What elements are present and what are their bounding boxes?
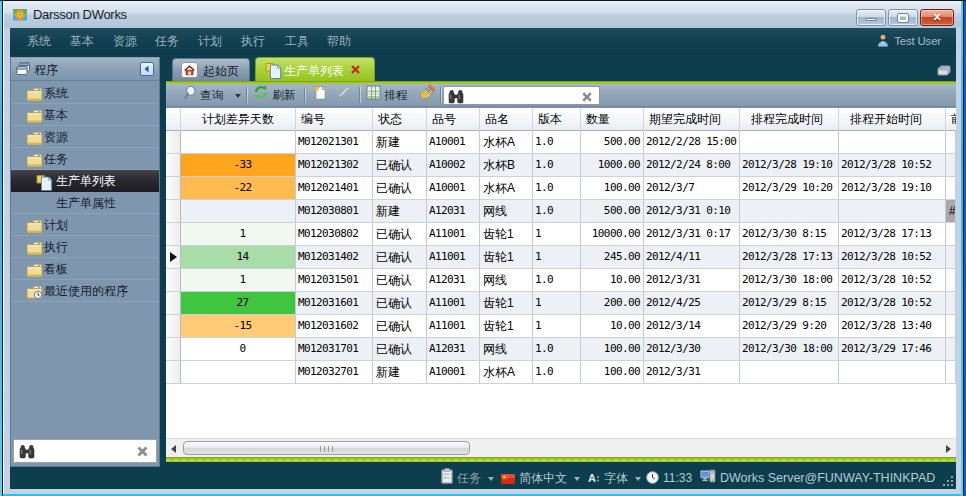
clean-button[interactable]: [418, 84, 436, 106]
sidebar-item-label: 计划: [44, 214, 68, 236]
menu-item-1[interactable]: 系统: [25, 28, 53, 55]
title-bar[interactable]: Darsson DWorks ✕: [4, 1, 961, 28]
cell-item_no: A11001: [427, 292, 480, 315]
cell-extra: [946, 246, 956, 269]
scroll-left-arrow[interactable]: [166, 439, 182, 458]
column-header-4[interactable]: 品号: [427, 108, 480, 131]
cell-start: 2012/3/28 10:52: [839, 292, 946, 315]
cell-ver: 1.0: [533, 177, 581, 200]
menu-item-3[interactable]: 资源: [111, 28, 139, 55]
sidebar-item-10[interactable]: 最近使用的程序: [11, 280, 159, 302]
tab-1[interactable]: 起始页: [172, 58, 250, 81]
menu-item-7[interactable]: 工具: [283, 28, 311, 55]
cell-qty: 500.00: [581, 200, 644, 223]
status-bar: 任务简体中文A字体11:33DWorks Server@FUNWAY-THINK…: [10, 467, 956, 489]
sidebar-item-5[interactable]: 生产单列表: [11, 170, 159, 192]
grid-row-2[interactable]: -33M012021302已确认A10002水杯B1.01000.002012/…: [166, 154, 956, 177]
grid-row-1[interactable]: M012021301新建A10001水杯A1.0500.002012/2/28 …: [166, 131, 956, 154]
grid-row-6[interactable]: 14M012031402已确认A11001齿轮11245.002012/4/11…: [166, 246, 956, 269]
sidebar-item-8[interactable]: 执行: [11, 236, 159, 258]
column-header-8[interactable]: 期望完成时间: [644, 108, 740, 131]
column-header-3[interactable]: 状态: [373, 108, 427, 131]
refresh-button[interactable]: 刷新: [253, 84, 295, 106]
sidebar-item-2[interactable]: 基本: [11, 104, 159, 126]
sidebar-collapse-button[interactable]: [140, 62, 154, 76]
sidebar-panel: 程序 系统基本资源任务生产单列表生产单属性计划执行看板最近使用的程序: [10, 57, 160, 467]
menu-item-8[interactable]: 帮助: [325, 28, 353, 55]
close-button[interactable]: ✕: [920, 9, 954, 26]
column-header-6[interactable]: 版本: [533, 108, 581, 131]
schedule-button[interactable]: 排程: [366, 84, 407, 106]
query-button[interactable]: 查询: [182, 84, 241, 106]
grid-row-5[interactable]: 1M012030802已确认A11001齿轮1110000.002012/3/3…: [166, 223, 956, 246]
sidebar-item-label: 任务: [44, 148, 68, 170]
sidebar-item-7[interactable]: 计划: [11, 214, 159, 236]
column-header-9[interactable]: 排程完成时间: [740, 108, 839, 131]
cell-finish: [740, 200, 839, 223]
column-header-10[interactable]: 排程开始时间: [839, 108, 946, 131]
column-header-11[interactable]: 前: [946, 108, 957, 131]
edit-button[interactable]: [336, 84, 352, 106]
tab-close-icon[interactable]: [350, 64, 361, 75]
sidebar-header: 程序: [11, 58, 159, 81]
column-header-1[interactable]: 计划差异天数: [181, 108, 296, 131]
home-icon: [181, 62, 198, 81]
sidebar-item-label: 执行: [44, 236, 68, 258]
cell-diff: 0: [181, 338, 296, 361]
page-icon: [265, 62, 282, 82]
minimize-button[interactable]: [856, 9, 886, 26]
sidebar-items: 系统基本资源任务生产单列表生产单属性计划执行看板最近使用的程序: [11, 82, 159, 302]
menu-item-6[interactable]: 执行: [239, 28, 267, 55]
maximize-button[interactable]: [888, 9, 918, 26]
sidebar-item-9[interactable]: 看板: [11, 258, 159, 280]
app-client-area: Test User 系统基本资源任务计划执行工具帮助 程序 系统基本资源任务生产…: [10, 28, 956, 489]
current-user[interactable]: Test User: [877, 28, 941, 55]
grid-row-8[interactable]: 27M012031601已确认A11001齿轮11200.002012/4/25…: [166, 292, 956, 315]
sidebar-search[interactable]: [13, 439, 157, 463]
window-border-right-line: [963, 0, 964, 496]
grid-row-7[interactable]: 1M012031501已确认A12031网线1.010.002012/3/312…: [166, 269, 956, 292]
sidebar-item-4[interactable]: 任务: [11, 148, 159, 170]
cell-item_name: 齿轮1: [480, 292, 533, 315]
grid-row-4[interactable]: M012030801新建A12031网线1.0500.002012/3/31 0…: [166, 200, 956, 223]
grid-header: 计划差异天数编号状态品号品名版本数量期望完成时间排程完成时间排程开始时间前: [166, 107, 956, 131]
column-header-2[interactable]: 编号: [296, 108, 373, 131]
language-menu[interactable]: 简体中文: [501, 467, 580, 489]
sidebar-search-clear-icon[interactable]: [135, 444, 150, 463]
font-menu[interactable]: A字体: [588, 467, 641, 489]
toolbar-search-clear-icon[interactable]: [580, 90, 594, 108]
toolbar-separator: [359, 87, 360, 103]
sidebar-item-6[interactable]: 生产单属性: [11, 192, 159, 214]
menu-item-2[interactable]: 基本: [68, 28, 96, 55]
cell-item_name: 网线: [480, 200, 533, 223]
menu-item-5[interactable]: 计划: [196, 28, 224, 55]
column-header-7[interactable]: 数量: [581, 108, 644, 131]
cell-start: 2012/3/28 13:40: [839, 315, 946, 338]
column-header-5[interactable]: 品名: [480, 108, 533, 131]
sidebar-item-1[interactable]: 系统: [11, 82, 159, 104]
grid-row-3[interactable]: -22M012021401已确认A10001水杯A1.0100.002012/3…: [166, 177, 956, 200]
toolbar-search-input[interactable]: [443, 86, 600, 105]
tab-list-icon[interactable]: [937, 63, 951, 81]
server-label: DWorks Server@FUNWAY-THINKPAD: [720, 471, 935, 485]
resize-grip[interactable]: [942, 475, 954, 487]
font-caret-icon: [635, 477, 641, 481]
sidebar-item-3[interactable]: 资源: [11, 126, 159, 148]
toolbar-separator: [246, 87, 247, 103]
tab-2[interactable]: 生产单列表: [255, 57, 375, 81]
clock-icon: [646, 469, 659, 491]
scroll-right-arrow[interactable]: [940, 439, 956, 458]
scrollbar-thumb[interactable]: [183, 441, 470, 455]
grid-row-9[interactable]: -15M012031602已确认A11001齿轮1110.002012/3/14…: [166, 315, 956, 338]
cell-ver: 1.0: [533, 131, 581, 154]
tasks-menu[interactable]: 任务: [441, 467, 494, 489]
new-order-button[interactable]: [312, 84, 328, 106]
grid-row-11[interactable]: M012032701新建A10001水杯A1.0100.002012/3/31: [166, 361, 956, 384]
cell-start: 2012/3/29 17:46: [839, 338, 946, 361]
horizontal-scrollbar[interactable]: [166, 438, 956, 457]
language-caret-icon: [574, 477, 580, 481]
cell-item_no: A10001: [427, 361, 480, 384]
cell-qty: 100.00: [581, 361, 644, 384]
grid-row-10[interactable]: 0M012031701已确认A12031网线1.0100.002012/3/30…: [166, 338, 956, 361]
menu-item-4[interactable]: 任务: [153, 28, 181, 55]
